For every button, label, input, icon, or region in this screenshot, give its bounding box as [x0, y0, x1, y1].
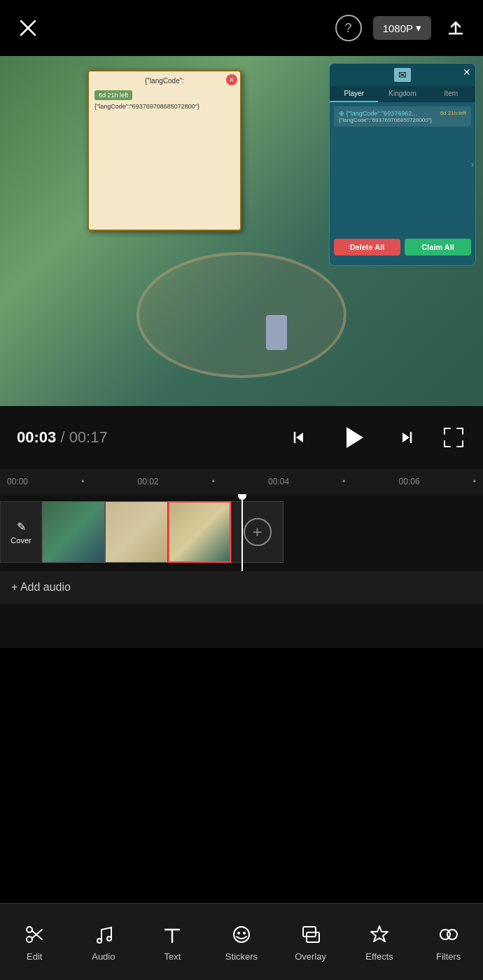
toolbar-item-effects[interactable]: Effects: [354, 922, 406, 962]
svg-line-9: [32, 931, 43, 940]
playhead: [241, 494, 243, 571]
svg-line-10: [32, 930, 43, 939]
cover-label: Cover: [10, 536, 31, 545]
chevron-down-icon: ▾: [416, 22, 421, 34]
svg-point-12: [107, 937, 111, 941]
timeline-track: ✎ Cover +: [0, 494, 483, 571]
help-button[interactable]: ?: [335, 15, 362, 41]
svg-point-17: [243, 932, 246, 934]
dialog-right-close[interactable]: ✕: [463, 66, 471, 78]
dialog-right-body: 6d 21h left ⊕ {"langCode":"69376962... {…: [330, 102, 475, 134]
dialog-right-header: ✉ ✕: [330, 64, 475, 86]
time-separator: /: [56, 428, 69, 446]
time-current: 00:03: [17, 428, 56, 446]
toolbar-label-stickers: Stickers: [225, 951, 258, 962]
svg-point-8: [27, 937, 32, 942]
dialog-right-tabs: Player Kingdom Item: [330, 86, 475, 102]
video-frame: ✕ {"langCode": 6d 21h left {"langCode":"…: [0, 56, 483, 406]
tab-item[interactable]: Item: [427, 86, 475, 102]
bottom-toolbar: Edit Audio Text: [0, 903, 483, 980]
plus-icon: +: [244, 518, 272, 546]
clip-3-selected[interactable]: [168, 501, 231, 563]
fast-forward-button[interactable]: [393, 425, 419, 450]
export-button[interactable]: [442, 15, 469, 41]
header: ? 1080P ▾: [0, 0, 483, 56]
toolbar-item-edit[interactable]: Edit: [8, 922, 61, 962]
toolbar-item-audio[interactable]: Audio: [77, 922, 130, 962]
tab-player[interactable]: Player: [330, 86, 378, 102]
dialog-left-badge: 6d 21h left: [94, 90, 132, 100]
video-preview: ✕ {"langCode": 6d 21h left {"langCode":"…: [0, 56, 483, 406]
toolbar-item-text[interactable]: Text: [146, 922, 199, 962]
ruler-dot-2: •: [212, 477, 215, 486]
claim-all-button[interactable]: Claim All: [405, 239, 471, 255]
toolbar-item-overlay[interactable]: Overlay: [284, 922, 337, 962]
dialog-right: ✉ ✕ Player Kingdom Item 6d 21h left ⊕ {"…: [329, 63, 476, 266]
tab-kingdom[interactable]: Kingdom: [378, 86, 426, 102]
add-audio-row[interactable]: + Add audio: [0, 571, 483, 603]
mail-icon: ✉: [394, 68, 411, 82]
toolbar-label-edit: Edit: [27, 951, 42, 962]
svg-point-7: [27, 927, 32, 932]
add-audio-label: + Add audio: [11, 581, 71, 594]
controls-area: 00:03 / 00:17: [0, 406, 483, 469]
fullscreen-button[interactable]: [441, 425, 466, 450]
timeline-ruler: 00:00 • 00:02 • 00:04 • 00:06 •: [0, 469, 483, 494]
stone-circle-decoration: [136, 252, 346, 378]
svg-point-22: [447, 930, 457, 939]
ruler-dot-3: •: [342, 477, 345, 486]
stickers-icon: [229, 922, 254, 947]
cover-thumbnail[interactable]: ✎ Cover: [0, 501, 42, 563]
toolbar-label-text: Text: [164, 951, 181, 962]
ruler-mark-2: 00:04: [268, 477, 289, 486]
playhead-handle: [238, 494, 246, 500]
dialog-left-text: {"langCode":"693769708685072800"): [94, 103, 234, 110]
music-icon: [91, 922, 116, 947]
dialog-left: ✕ {"langCode": 6d 21h left {"langCode":"…: [88, 70, 241, 231]
resolution-label: 1080P: [383, 22, 413, 34]
help-icon: ?: [345, 21, 352, 36]
effects-icon: [367, 922, 392, 947]
text-icon: [160, 922, 185, 947]
ruler-mark-0: 00:00: [7, 477, 28, 486]
dr-item[interactable]: 6d 21h left ⊕ {"langCode":"69376962... {…: [334, 106, 471, 127]
ruler-mark-3: 00:06: [399, 477, 420, 486]
toolbar-item-stickers[interactable]: Stickers: [215, 922, 267, 962]
svg-point-11: [97, 939, 102, 943]
svg-marker-20: [371, 926, 388, 941]
play-button[interactable]: [335, 419, 371, 456]
dr-actions: Delete All Claim All: [330, 233, 475, 261]
toolbar-item-filters[interactable]: Filters: [422, 922, 475, 962]
ruler-dot-4: •: [473, 477, 476, 486]
character-sprite: [266, 315, 287, 350]
clips-container: +: [42, 501, 284, 563]
filters-icon: [436, 922, 461, 947]
dialog-left-close[interactable]: ✕: [226, 74, 237, 85]
add-clip-button[interactable]: +: [231, 501, 284, 563]
playback-controls: [287, 419, 466, 456]
scissors-icon: [22, 922, 47, 947]
clip-1[interactable]: [42, 501, 105, 563]
overlay-icon: [298, 922, 323, 947]
toolbar-label-filters: Filters: [436, 951, 461, 962]
dr-item-badge: 6d 21h left: [440, 110, 466, 116]
svg-point-15: [234, 927, 249, 942]
svg-point-16: [237, 932, 240, 934]
toolbar-label-effects: Effects: [365, 951, 393, 962]
rewind-button[interactable]: [287, 425, 312, 450]
resolution-button[interactable]: 1080P ▾: [373, 16, 431, 40]
scroll-arrow-icon: ›: [471, 160, 474, 169]
dialog-left-title: {"langCode":: [94, 77, 234, 85]
dr-item-sub: {"langCode":"693769706850728000"}: [339, 117, 466, 123]
svg-marker-5: [346, 427, 363, 448]
delete-all-button[interactable]: Delete All: [334, 239, 400, 255]
ruler-dot-1: •: [81, 477, 84, 486]
time-total: 00:17: [69, 428, 108, 446]
ruler-marks: 00:00 • 00:02 • 00:04 • 00:06 •: [7, 477, 476, 486]
timeline-area[interactable]: ✎ Cover + + Add audio: [0, 494, 483, 648]
close-button[interactable]: [14, 14, 42, 42]
header-right: ? 1080P ▾: [335, 15, 469, 41]
clip-2[interactable]: [105, 501, 168, 563]
ruler-mark-1: 00:02: [138, 477, 159, 486]
edit-icon: ✎: [17, 520, 26, 533]
